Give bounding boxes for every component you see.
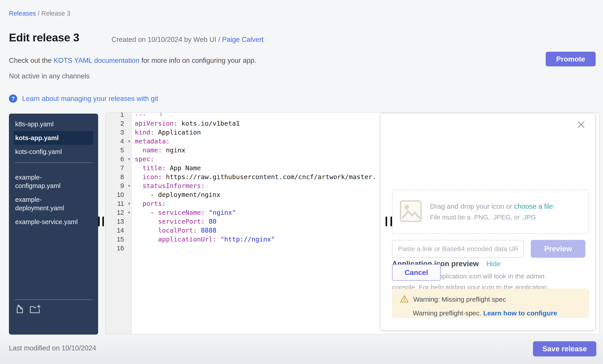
git-help-row: ? Learn about managing your releases wit… [9,94,158,103]
help-panel: Help Application icon preview Hide See h… [380,113,595,330]
gutter-line-number: 13 [105,217,132,226]
sidebar-resize-handle-bar1[interactable] [98,217,100,226]
gutter-line-number: 12▾ [105,208,132,217]
choose-file-link[interactable]: choose a file [514,202,553,210]
breadcrumb-separator: / [36,10,41,17]
file-tab[interactable]: example- configmap.yaml [14,170,93,193]
warning-detail-text: Warning preflight-spec. [413,309,483,317]
gutter-line-number: 8 [105,172,132,181]
dropzone-line2: File must be a .PNG, .JPEG, or .JPG [430,214,553,221]
gutter-line-number: 9▾ [105,181,132,190]
learn-how-to-configure-link[interactable]: Learn how to configure [483,309,557,317]
warning-triangle-icon [400,295,409,304]
sidebar-footer [15,300,92,315]
dropzone-text: Drag and drop your icon or choose a file… [430,202,553,221]
gutter-line-number: 14 [105,226,132,235]
breadcrumb-releases-link[interactable]: Releases [9,10,36,17]
created-line: Created on 10/10/2024 by Web UI / Paige … [112,36,264,44]
editor-gutter: 1234▾56▾789▾1011▾12▾13141516 [105,113,132,334]
gutter-line-number: 4▾ [105,137,132,146]
gutter-line-number: 16 [105,244,132,253]
created-text: Created on 10/10/2024 by Web UI / [112,36,222,44]
icon-url-input[interactable] [392,240,524,258]
gutter-line-number: 3 [105,128,132,137]
file-list-bottom: example- configmap.yamlexample- deployme… [9,167,98,229]
new-file-icon[interactable] [15,304,25,315]
gutter-line-number: 5 [105,146,132,154]
gutter-line-number: 1 [105,112,132,119]
dropzone-line1: Drag and drop your icon or [430,202,514,210]
preflight-warning-box: Warning: Missing preflight spec Warning … [392,289,589,318]
breadcrumb: Releases / Release 3 [9,10,70,17]
fold-arrow-icon[interactable]: ▾ [128,199,130,208]
gutter-lines: 1234▾56▾789▾1011▾12▾13141516 [105,112,132,253]
file-tab[interactable]: example-service.yaml [14,215,93,229]
sidebar-divider [15,163,92,163]
docs-prefix: Check out the [9,56,54,64]
gutter-line-number: 7 [105,164,132,172]
channel-status: Not active in any channels [9,72,90,80]
last-modified-text: Last modified on 10/10/2024 [9,344,96,352]
file-tab[interactable]: kots-config.yaml [14,145,93,159]
file-list-top: k8s-app.yamlkots-app.yamlkots-config.yam… [9,114,98,159]
kots-yaml-docs-link[interactable]: KOTS YAML documentation [54,56,139,64]
icon-dropzone[interactable]: Drag and drop your icon or choose a file… [392,189,589,234]
text-cursor [161,112,162,116]
fold-arrow-icon[interactable]: ▾ [128,208,130,217]
file-tab[interactable]: example- deployment.yaml [14,193,93,215]
docs-line: Check out the KOTS YAML documentation fo… [9,56,256,65]
release-editor-page: Releases / Release 3 Edit release 3 Crea… [0,0,603,364]
promote-button[interactable]: Promote [546,52,596,66]
breadcrumb-current: Release 3 [41,10,70,17]
warning-title: Warning: Missing preflight spec [413,296,506,303]
gutter-line-number: 10 [105,190,132,199]
gutter-line-number: 2 [105,119,132,128]
help-resize-handle-bar1[interactable] [386,217,387,226]
fold-arrow-icon[interactable]: ▾ [128,154,130,164]
fold-arrow-icon[interactable]: ▾ [128,181,130,190]
file-sidebar: k8s-app.yamlkots-app.yamlkots-config.yam… [9,114,98,335]
cancel-button[interactable]: Cancel [392,264,441,281]
author-link[interactable]: Paige Calvert [222,36,264,44]
fold-arrow-icon[interactable]: ▾ [128,137,130,146]
file-tab[interactable]: k8s-app.yaml [14,117,93,131]
icon-url-row: Preview [392,240,585,258]
hide-link[interactable]: Hide [486,260,501,268]
git-releases-link[interactable]: Learn about managing your releases with … [22,95,158,103]
indent-guide [173,215,173,242]
new-folder-icon[interactable] [29,304,41,315]
question-circle-icon: ? [9,94,17,103]
preview-button[interactable]: Preview [531,240,585,258]
gutter-line-number: 15 [105,235,132,244]
image-placeholder-icon [400,200,422,223]
save-release-button[interactable]: Save release [533,341,596,356]
gutter-line-number: 11▾ [105,199,132,208]
page-title: Edit release 3 [9,31,79,44]
close-icon[interactable] [577,121,585,128]
sidebar-resize-handle-bar2[interactable] [102,217,104,226]
file-tab[interactable]: kots-app.yaml [14,131,93,145]
gutter-line-number: 6▾ [105,154,132,164]
warning-detail: Warning preflight-spec. Learn how to con… [413,309,581,317]
docs-suffix: for more info on configuring your app. [139,56,256,64]
help-resize-handle-bar2[interactable] [391,217,392,226]
